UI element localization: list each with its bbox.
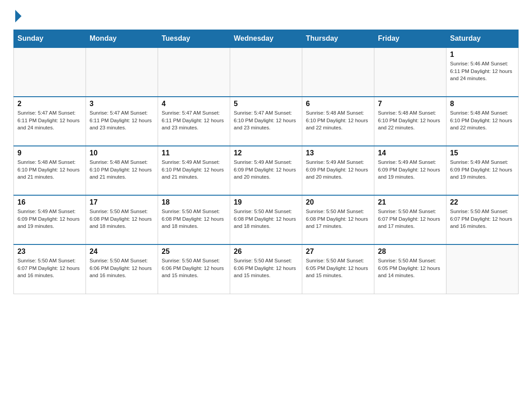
weekday-header-monday: Monday xyxy=(86,30,158,48)
calendar-cell xyxy=(14,47,86,97)
day-number: 7 xyxy=(378,100,442,108)
calendar-cell: 21Sunrise: 5:50 AM Sunset: 6:07 PM Dayli… xyxy=(374,195,446,244)
day-info: Sunrise: 5:50 AM Sunset: 6:06 PM Dayligh… xyxy=(234,257,298,279)
calendar-cell: 1Sunrise: 5:46 AM Sunset: 6:11 PM Daylig… xyxy=(446,47,519,97)
day-number: 2 xyxy=(17,100,82,108)
calendar-cell: 6Sunrise: 5:48 AM Sunset: 6:10 PM Daylig… xyxy=(302,97,374,146)
day-info: Sunrise: 5:50 AM Sunset: 6:07 PM Dayligh… xyxy=(17,257,82,279)
calendar-cell: 7Sunrise: 5:48 AM Sunset: 6:10 PM Daylig… xyxy=(374,97,446,146)
calendar-cell: 26Sunrise: 5:50 AM Sunset: 6:06 PM Dayli… xyxy=(230,244,302,294)
logo xyxy=(13,9,21,21)
day-number: 22 xyxy=(450,198,515,206)
calendar-week-row: 9Sunrise: 5:48 AM Sunset: 6:10 PM Daylig… xyxy=(14,146,519,195)
day-number: 24 xyxy=(90,248,154,256)
day-number: 17 xyxy=(90,198,154,206)
day-number: 4 xyxy=(162,100,226,108)
day-info: Sunrise: 5:50 AM Sunset: 6:08 PM Dayligh… xyxy=(306,208,370,230)
day-number: 14 xyxy=(378,149,442,157)
weekday-header-tuesday: Tuesday xyxy=(158,30,230,48)
weekday-header-friday: Friday xyxy=(374,30,446,48)
weekday-header-sunday: Sunday xyxy=(14,30,86,48)
day-number: 3 xyxy=(90,100,154,108)
day-number: 20 xyxy=(306,198,370,206)
calendar-cell: 28Sunrise: 5:50 AM Sunset: 6:05 PM Dayli… xyxy=(374,244,446,294)
calendar-cell: 22Sunrise: 5:50 AM Sunset: 6:07 PM Dayli… xyxy=(446,195,519,244)
day-number: 1 xyxy=(450,51,515,59)
page-header xyxy=(13,9,519,21)
day-info: Sunrise: 5:48 AM Sunset: 6:10 PM Dayligh… xyxy=(17,158,82,181)
calendar-cell: 13Sunrise: 5:49 AM Sunset: 6:09 PM Dayli… xyxy=(302,146,374,195)
calendar-cell: 16Sunrise: 5:49 AM Sunset: 6:09 PM Dayli… xyxy=(14,195,86,244)
day-info: Sunrise: 5:48 AM Sunset: 6:10 PM Dayligh… xyxy=(450,109,515,132)
day-number: 19 xyxy=(234,198,298,206)
weekday-header-wednesday: Wednesday xyxy=(230,30,302,48)
calendar-cell: 19Sunrise: 5:50 AM Sunset: 6:08 PM Dayli… xyxy=(230,195,302,244)
calendar-cell xyxy=(374,47,446,97)
day-info: Sunrise: 5:50 AM Sunset: 6:06 PM Dayligh… xyxy=(162,257,226,279)
day-info: Sunrise: 5:50 AM Sunset: 6:08 PM Dayligh… xyxy=(162,208,226,230)
calendar-cell: 12Sunrise: 5:49 AM Sunset: 6:09 PM Dayli… xyxy=(230,146,302,195)
day-info: Sunrise: 5:47 AM Sunset: 6:11 PM Dayligh… xyxy=(17,109,82,132)
day-number: 13 xyxy=(306,149,370,157)
calendar-cell: 3Sunrise: 5:47 AM Sunset: 6:11 PM Daylig… xyxy=(86,97,158,146)
calendar-cell: 5Sunrise: 5:47 AM Sunset: 6:10 PM Daylig… xyxy=(230,97,302,146)
day-number: 21 xyxy=(378,198,442,206)
day-number: 23 xyxy=(17,248,82,256)
day-info: Sunrise: 5:49 AM Sunset: 6:09 PM Dayligh… xyxy=(17,208,82,230)
calendar-cell: 17Sunrise: 5:50 AM Sunset: 6:08 PM Dayli… xyxy=(86,195,158,244)
weekday-header-thursday: Thursday xyxy=(302,30,374,48)
day-info: Sunrise: 5:50 AM Sunset: 6:07 PM Dayligh… xyxy=(378,208,442,230)
calendar-cell: 4Sunrise: 5:47 AM Sunset: 6:11 PM Daylig… xyxy=(158,97,230,146)
calendar-cell: 8Sunrise: 5:48 AM Sunset: 6:10 PM Daylig… xyxy=(446,97,519,146)
day-number: 25 xyxy=(162,248,226,256)
calendar-cell xyxy=(158,47,230,97)
day-info: Sunrise: 5:48 AM Sunset: 6:10 PM Dayligh… xyxy=(378,109,442,132)
day-number: 8 xyxy=(450,100,515,108)
calendar-cell: 2Sunrise: 5:47 AM Sunset: 6:11 PM Daylig… xyxy=(14,97,86,146)
day-info: Sunrise: 5:50 AM Sunset: 6:05 PM Dayligh… xyxy=(378,257,442,279)
day-info: Sunrise: 5:50 AM Sunset: 6:06 PM Dayligh… xyxy=(90,257,154,279)
calendar-cell: 25Sunrise: 5:50 AM Sunset: 6:06 PM Dayli… xyxy=(158,244,230,294)
day-info: Sunrise: 5:49 AM Sunset: 6:09 PM Dayligh… xyxy=(234,158,298,181)
day-info: Sunrise: 5:50 AM Sunset: 6:08 PM Dayligh… xyxy=(234,208,298,230)
day-number: 18 xyxy=(162,198,226,206)
day-number: 9 xyxy=(17,149,82,157)
calendar-table: SundayMondayTuesdayWednesdayThursdayFrid… xyxy=(13,30,519,294)
day-number: 27 xyxy=(306,248,370,256)
day-number: 6 xyxy=(306,100,370,108)
logo-arrow-icon xyxy=(15,10,21,22)
day-number: 10 xyxy=(90,149,154,157)
day-info: Sunrise: 5:49 AM Sunset: 6:10 PM Dayligh… xyxy=(162,158,226,181)
calendar-cell xyxy=(86,47,158,97)
calendar-cell: 14Sunrise: 5:49 AM Sunset: 6:09 PM Dayli… xyxy=(374,146,446,195)
calendar-cell xyxy=(446,244,519,294)
calendar-cell xyxy=(302,47,374,97)
day-info: Sunrise: 5:47 AM Sunset: 6:11 PM Dayligh… xyxy=(162,109,226,132)
day-number: 11 xyxy=(162,149,226,157)
day-number: 26 xyxy=(234,248,298,256)
calendar-week-row: 16Sunrise: 5:49 AM Sunset: 6:09 PM Dayli… xyxy=(14,195,519,244)
calendar-week-row: 23Sunrise: 5:50 AM Sunset: 6:07 PM Dayli… xyxy=(14,244,519,294)
calendar-cell: 15Sunrise: 5:49 AM Sunset: 6:09 PM Dayli… xyxy=(446,146,519,195)
calendar-cell: 27Sunrise: 5:50 AM Sunset: 6:05 PM Dayli… xyxy=(302,244,374,294)
day-number: 15 xyxy=(450,149,515,157)
day-number: 28 xyxy=(378,248,442,256)
calendar-week-row: 2Sunrise: 5:47 AM Sunset: 6:11 PM Daylig… xyxy=(14,97,519,146)
calendar-cell: 24Sunrise: 5:50 AM Sunset: 6:06 PM Dayli… xyxy=(86,244,158,294)
day-info: Sunrise: 5:48 AM Sunset: 6:10 PM Dayligh… xyxy=(90,158,154,181)
day-info: Sunrise: 5:49 AM Sunset: 6:09 PM Dayligh… xyxy=(306,158,370,181)
day-info: Sunrise: 5:47 AM Sunset: 6:11 PM Dayligh… xyxy=(90,109,154,132)
day-info: Sunrise: 5:50 AM Sunset: 6:05 PM Dayligh… xyxy=(306,257,370,279)
day-number: 12 xyxy=(234,149,298,157)
day-info: Sunrise: 5:49 AM Sunset: 6:09 PM Dayligh… xyxy=(378,158,442,181)
day-info: Sunrise: 5:46 AM Sunset: 6:11 PM Dayligh… xyxy=(450,60,515,82)
calendar-cell: 10Sunrise: 5:48 AM Sunset: 6:10 PM Dayli… xyxy=(86,146,158,195)
day-info: Sunrise: 5:47 AM Sunset: 6:10 PM Dayligh… xyxy=(234,109,298,132)
weekday-header-row: SundayMondayTuesdayWednesdayThursdayFrid… xyxy=(14,30,519,48)
day-info: Sunrise: 5:50 AM Sunset: 6:07 PM Dayligh… xyxy=(450,208,515,230)
calendar-cell: 23Sunrise: 5:50 AM Sunset: 6:07 PM Dayli… xyxy=(14,244,86,294)
calendar-cell: 11Sunrise: 5:49 AM Sunset: 6:10 PM Dayli… xyxy=(158,146,230,195)
day-info: Sunrise: 5:48 AM Sunset: 6:10 PM Dayligh… xyxy=(306,109,370,132)
day-info: Sunrise: 5:50 AM Sunset: 6:08 PM Dayligh… xyxy=(90,208,154,230)
calendar-cell: 9Sunrise: 5:48 AM Sunset: 6:10 PM Daylig… xyxy=(14,146,86,195)
